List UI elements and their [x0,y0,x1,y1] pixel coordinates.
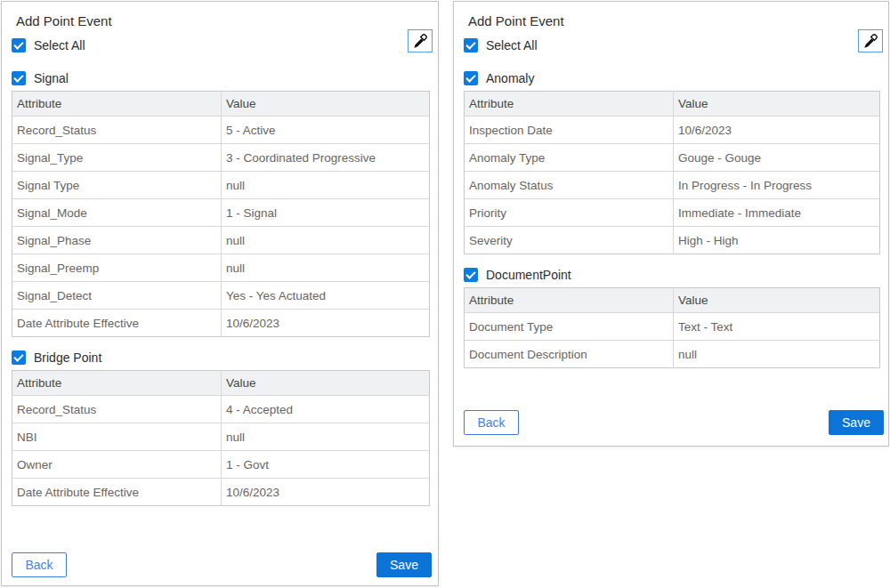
value-cell: 10/6/2023 [222,479,430,506]
group-label-bridge-point: Bridge Point [34,350,101,365]
column-header-value: Value [222,371,430,396]
table-row: NBI null [12,423,430,451]
select-all-checkbox[interactable] [12,38,26,52]
attribute-cell: Priority [465,199,674,227]
attribute-cell: NBI [12,423,222,451]
group-checkbox-bridge-point[interactable] [12,350,26,365]
button-row: Back Save [12,552,432,577]
column-header-attribute: Attribute [12,371,222,396]
table-row: Document Description null [465,341,880,368]
table-row: Signal_Detect Yes - Yes Actuated [12,282,430,310]
back-button[interactable]: Back [464,410,519,435]
group-label-signal: Signal [34,71,69,85]
save-button[interactable]: Save [376,552,432,577]
attribute-cell: Date Attribute Effective [12,310,222,337]
column-header-attribute: Attribute [465,288,674,313]
eyedropper-icon [862,33,878,49]
eyedropper-icon [412,33,428,49]
value-cell: In Progress - In Progress [674,172,880,199]
value-cell: null [222,423,430,451]
table-row: Document Type Text - Text [465,313,880,341]
attribute-cell: Inspection Date [465,117,674,144]
add-point-event-panel-right: Add Point Event Select All Anomaly Attri… [453,1,889,447]
button-row: Back Save [464,410,884,435]
value-cell: null [222,172,430,199]
attribute-cell: Signal Type [12,172,222,199]
attribute-cell: Date Attribute Effective [12,479,222,506]
table-row: Signal_Type 3 - Coordinated Progressive [12,144,430,172]
table-row: Anomaly Status In Progress - In Progress [465,172,880,199]
column-header-value: Value [674,288,880,313]
value-cell: null [674,341,880,368]
add-point-event-panel-left: Add Point Event Select All Signal Attrib… [1,1,439,586]
group-checkbox-documentpoint[interactable] [464,268,478,282]
value-cell: 4 - Accepted [222,396,430,423]
group-row-anomaly: Anomaly [464,70,880,85]
select-all-checkbox[interactable] [464,38,478,52]
attribute-cell: Signal_Detect [12,282,222,310]
save-button[interactable]: Save [829,410,884,435]
value-cell: Text - Text [674,313,880,341]
table-row: Inspection Date 10/6/2023 [465,117,880,144]
attribute-cell: Owner [12,451,222,479]
table-row: Severity High - High [465,227,880,254]
group-label-documentpoint: DocumentPoint [486,268,571,282]
select-all-label: Select All [486,38,538,52]
column-header-value: Value [674,92,880,117]
attribute-cell: Signal_Preemp [12,254,222,282]
value-cell: Gouge - Gouge [674,144,880,172]
eyedropper-button[interactable] [858,29,883,52]
attribute-table-signal: Attribute Value Record_Status 5 - Active… [12,91,430,337]
attribute-cell: Record_Status [12,117,222,144]
value-cell: 5 - Active [222,117,430,144]
select-all-row: Select All [12,37,430,52]
attribute-table-documentpoint: Attribute Value Document Type Text - Tex… [464,287,880,368]
table-row: Anomaly Type Gouge - Gouge [465,144,880,172]
select-all-row: Select All [464,37,880,52]
page-title: Add Point Event [16,13,430,29]
value-cell: null [222,254,430,282]
group-row-bridge-point: Bridge Point [12,350,430,365]
table-row: Signal Type null [12,172,430,199]
group-checkbox-anomaly[interactable] [464,71,478,85]
back-button[interactable]: Back [12,552,67,577]
table-row: Date Attribute Effective 10/6/2023 [12,479,430,506]
attribute-cell: Anomaly Status [465,172,674,199]
attribute-cell: Document Type [465,313,674,341]
value-cell: 10/6/2023 [222,310,430,337]
attribute-cell: Signal_Mode [12,199,222,227]
table-header-row: Attribute Value [465,288,880,313]
attribute-cell: Document Description [465,341,674,368]
column-header-value: Value [222,92,430,117]
page-title: Add Point Event [468,13,880,29]
column-header-attribute: Attribute [12,92,222,117]
attribute-cell: Signal_Phase [12,227,222,254]
group-row-signal: Signal [12,70,430,85]
table-row: Record_Status 5 - Active [12,117,430,144]
value-cell: Yes - Yes Actuated [222,282,430,310]
eyedropper-button[interactable] [408,29,433,52]
group-label-anomaly: Anomaly [486,71,534,85]
group-row-documentpoint: DocumentPoint [464,267,880,282]
attribute-cell: Severity [465,227,674,254]
table-row: Signal_Mode 1 - Signal [12,199,430,227]
table-header-row: Attribute Value [12,92,430,117]
attribute-table-anomaly: Attribute Value Inspection Date 10/6/202… [464,91,880,254]
table-row: Signal_Phase null [12,227,430,254]
value-cell: High - High [674,227,880,254]
table-row: Priority Immediate - Immediate [465,199,880,227]
select-all-label: Select All [34,38,85,52]
table-header-row: Attribute Value [12,371,430,396]
column-header-attribute: Attribute [465,92,674,117]
table-row: Date Attribute Effective 10/6/2023 [12,310,430,337]
table-row: Owner 1 - Govt [12,451,430,479]
value-cell: Immediate - Immediate [674,199,880,227]
value-cell: null [222,227,430,254]
attribute-cell: Record_Status [12,396,222,423]
value-cell: 1 - Signal [222,199,430,227]
group-checkbox-signal[interactable] [12,71,26,85]
table-row: Record_Status 4 - Accepted [12,396,430,423]
attribute-table-bridge-point: Attribute Value Record_Status 4 - Accept… [12,370,430,506]
value-cell: 3 - Coordinated Progressive [222,144,430,172]
table-row: Signal_Preemp null [12,254,430,282]
